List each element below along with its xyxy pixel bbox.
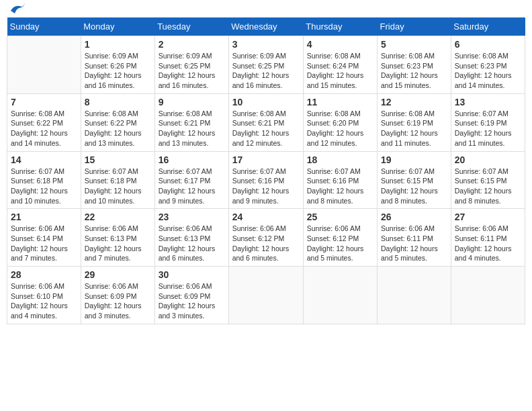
calendar-week-4: 21Sunrise: 6:06 AM Sunset: 6:14 PM Dayli… xyxy=(7,209,525,267)
day-info: Sunrise: 6:06 AM Sunset: 6:11 PM Dayligh… xyxy=(381,224,447,263)
day-number: 17 xyxy=(232,154,300,165)
column-header-monday: Monday xyxy=(81,17,154,36)
calendar-cell xyxy=(228,267,303,324)
column-header-saturday: Saturday xyxy=(451,17,525,36)
day-info: Sunrise: 6:08 AM Sunset: 6:19 PM Dayligh… xyxy=(381,109,447,148)
calendar-cell: 18Sunrise: 6:07 AM Sunset: 6:16 PM Dayli… xyxy=(303,151,377,209)
calendar-week-3: 14Sunrise: 6:07 AM Sunset: 6:18 PM Dayli… xyxy=(7,151,525,209)
calendar-header-row: SundayMondayTuesdayWednesdayThursdayFrid… xyxy=(7,17,525,36)
day-info: Sunrise: 6:08 AM Sunset: 6:23 PM Dayligh… xyxy=(455,51,521,91)
calendar-cell: 3Sunrise: 6:09 AM Sunset: 6:25 PM Daylig… xyxy=(228,36,303,94)
calendar-cell: 4Sunrise: 6:08 AM Sunset: 6:24 PM Daylig… xyxy=(303,36,377,94)
day-number: 3 xyxy=(232,39,300,50)
calendar-cell: 23Sunrise: 6:06 AM Sunset: 6:13 PM Dayli… xyxy=(154,209,228,267)
day-info: Sunrise: 6:07 AM Sunset: 6:15 PM Dayligh… xyxy=(381,167,447,206)
day-info: Sunrise: 6:08 AM Sunset: 6:22 PM Dayligh… xyxy=(85,109,151,148)
day-info: Sunrise: 6:06 AM Sunset: 6:13 PM Dayligh… xyxy=(85,224,151,263)
day-number: 7 xyxy=(11,97,77,107)
calendar-cell: 17Sunrise: 6:07 AM Sunset: 6:16 PM Dayli… xyxy=(228,151,303,209)
day-number: 27 xyxy=(455,212,521,222)
day-number: 10 xyxy=(232,97,300,107)
day-number: 19 xyxy=(381,154,447,165)
day-info: Sunrise: 6:07 AM Sunset: 6:16 PM Dayligh… xyxy=(307,167,373,206)
day-info: Sunrise: 6:06 AM Sunset: 6:13 PM Dayligh… xyxy=(159,224,225,263)
day-number: 24 xyxy=(232,212,300,222)
calendar-cell: 13Sunrise: 6:07 AM Sunset: 6:19 PM Dayli… xyxy=(451,93,525,151)
column-header-sunday: Sunday xyxy=(7,17,81,36)
calendar-cell: 26Sunrise: 6:06 AM Sunset: 6:11 PM Dayli… xyxy=(378,209,451,267)
calendar-cell: 7Sunrise: 6:08 AM Sunset: 6:22 PM Daylig… xyxy=(7,93,81,151)
calendar-cell: 10Sunrise: 6:08 AM Sunset: 6:21 PM Dayli… xyxy=(228,93,303,151)
calendar-cell xyxy=(7,36,81,94)
calendar-cell: 21Sunrise: 6:06 AM Sunset: 6:14 PM Dayli… xyxy=(7,209,81,267)
day-number: 23 xyxy=(159,212,225,222)
day-number: 4 xyxy=(307,39,373,50)
day-number: 28 xyxy=(11,269,77,280)
day-info: Sunrise: 6:06 AM Sunset: 6:12 PM Dayligh… xyxy=(232,224,300,263)
day-number: 15 xyxy=(85,154,151,165)
day-number: 21 xyxy=(11,212,77,222)
column-header-thursday: Thursday xyxy=(303,17,377,36)
logo-bird-icon xyxy=(8,1,27,16)
day-info: Sunrise: 6:06 AM Sunset: 6:14 PM Dayligh… xyxy=(11,224,77,263)
day-info: Sunrise: 6:08 AM Sunset: 6:24 PM Dayligh… xyxy=(307,51,373,91)
calendar-cell: 9Sunrise: 6:08 AM Sunset: 6:21 PM Daylig… xyxy=(154,93,228,151)
calendar-cell: 5Sunrise: 6:08 AM Sunset: 6:23 PM Daylig… xyxy=(378,36,451,94)
day-info: Sunrise: 6:07 AM Sunset: 6:18 PM Dayligh… xyxy=(85,167,151,206)
day-number: 2 xyxy=(159,39,225,50)
day-info: Sunrise: 6:08 AM Sunset: 6:20 PM Dayligh… xyxy=(307,109,373,148)
day-info: Sunrise: 6:07 AM Sunset: 6:18 PM Dayligh… xyxy=(11,167,77,206)
calendar-cell: 28Sunrise: 6:06 AM Sunset: 6:10 PM Dayli… xyxy=(7,267,81,324)
column-header-wednesday: Wednesday xyxy=(228,17,303,36)
calendar-cell: 15Sunrise: 6:07 AM Sunset: 6:18 PM Dayli… xyxy=(81,151,154,209)
calendar-cell: 22Sunrise: 6:06 AM Sunset: 6:13 PM Dayli… xyxy=(81,209,154,267)
calendar-cell xyxy=(451,267,525,324)
day-number: 14 xyxy=(11,154,77,165)
calendar-cell: 14Sunrise: 6:07 AM Sunset: 6:18 PM Dayli… xyxy=(7,151,81,209)
calendar-cell xyxy=(378,267,451,324)
day-info: Sunrise: 6:08 AM Sunset: 6:21 PM Dayligh… xyxy=(232,109,300,148)
day-info: Sunrise: 6:06 AM Sunset: 6:10 PM Dayligh… xyxy=(11,281,77,321)
calendar-cell xyxy=(303,267,377,324)
day-number: 8 xyxy=(85,97,151,107)
day-number: 22 xyxy=(85,212,151,222)
day-number: 12 xyxy=(381,97,447,107)
day-number: 1 xyxy=(85,39,151,50)
day-info: Sunrise: 6:06 AM Sunset: 6:09 PM Dayligh… xyxy=(85,281,151,321)
day-info: Sunrise: 6:09 AM Sunset: 6:25 PM Dayligh… xyxy=(159,51,225,91)
day-number: 26 xyxy=(381,212,447,222)
day-info: Sunrise: 6:08 AM Sunset: 6:23 PM Dayligh… xyxy=(381,51,447,91)
day-info: Sunrise: 6:06 AM Sunset: 6:09 PM Dayligh… xyxy=(159,281,225,321)
calendar-week-1: 1Sunrise: 6:09 AM Sunset: 6:26 PM Daylig… xyxy=(7,36,525,94)
calendar-cell: 11Sunrise: 6:08 AM Sunset: 6:20 PM Dayli… xyxy=(303,93,377,151)
day-info: Sunrise: 6:08 AM Sunset: 6:21 PM Dayligh… xyxy=(159,109,225,148)
calendar-cell: 24Sunrise: 6:06 AM Sunset: 6:12 PM Dayli… xyxy=(228,209,303,267)
day-info: Sunrise: 6:09 AM Sunset: 6:26 PM Dayligh… xyxy=(85,51,151,91)
calendar-cell: 19Sunrise: 6:07 AM Sunset: 6:15 PM Dayli… xyxy=(378,151,451,209)
calendar-cell: 30Sunrise: 6:06 AM Sunset: 6:09 PM Dayli… xyxy=(154,267,228,324)
calendar-cell: 1Sunrise: 6:09 AM Sunset: 6:26 PM Daylig… xyxy=(81,36,154,94)
day-info: Sunrise: 6:07 AM Sunset: 6:19 PM Dayligh… xyxy=(455,109,521,148)
day-number: 5 xyxy=(381,39,447,50)
day-info: Sunrise: 6:09 AM Sunset: 6:25 PM Dayligh… xyxy=(232,51,300,91)
calendar-cell: 6Sunrise: 6:08 AM Sunset: 6:23 PM Daylig… xyxy=(451,36,525,94)
column-header-friday: Friday xyxy=(378,17,451,36)
day-number: 20 xyxy=(455,154,521,165)
day-number: 30 xyxy=(159,269,225,280)
column-header-tuesday: Tuesday xyxy=(154,17,228,36)
day-number: 16 xyxy=(159,154,225,165)
day-info: Sunrise: 6:07 AM Sunset: 6:16 PM Dayligh… xyxy=(232,167,300,206)
page-header xyxy=(7,7,525,12)
calendar-cell: 25Sunrise: 6:06 AM Sunset: 6:12 PM Dayli… xyxy=(303,209,377,267)
calendar-week-2: 7Sunrise: 6:08 AM Sunset: 6:22 PM Daylig… xyxy=(7,93,525,151)
day-info: Sunrise: 6:07 AM Sunset: 6:17 PM Dayligh… xyxy=(159,167,225,206)
day-number: 9 xyxy=(159,97,225,107)
calendar-week-5: 28Sunrise: 6:06 AM Sunset: 6:10 PM Dayli… xyxy=(7,267,525,324)
day-info: Sunrise: 6:07 AM Sunset: 6:15 PM Dayligh… xyxy=(455,167,521,206)
calendar-cell: 20Sunrise: 6:07 AM Sunset: 6:15 PM Dayli… xyxy=(451,151,525,209)
day-number: 13 xyxy=(455,97,521,107)
day-info: Sunrise: 6:06 AM Sunset: 6:11 PM Dayligh… xyxy=(455,224,521,263)
day-number: 29 xyxy=(85,269,151,280)
calendar-cell: 29Sunrise: 6:06 AM Sunset: 6:09 PM Dayli… xyxy=(81,267,154,324)
day-info: Sunrise: 6:08 AM Sunset: 6:22 PM Dayligh… xyxy=(11,109,77,148)
